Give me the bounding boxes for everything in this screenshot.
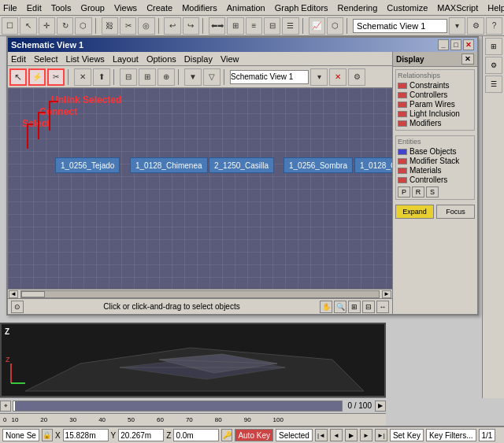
schematic-connect-btn[interactable]: ⚡: [28, 68, 46, 86]
schematic-name-field[interactable]: [230, 70, 309, 84]
key-icon[interactable]: 🔑: [221, 429, 232, 441]
schematic-unlink-btn[interactable]: ✂: [47, 68, 65, 86]
node-tejado[interactable]: 1_0256_Tejado: [55, 157, 120, 173]
rp-btn-1[interactable]: ⊞: [485, 38, 502, 55]
toolbar-link[interactable]: ⛓: [102, 17, 118, 35]
menu-file[interactable]: File: [3, 3, 17, 13]
nav-hand-btn[interactable]: ✋: [320, 301, 332, 313]
schematic-canvas[interactable]: Unlink Selected Connect Select: [8, 88, 392, 289]
toolbar-settings[interactable]: ⚙: [467, 17, 484, 35]
node-sombra[interactable]: 1_0256_Sombra: [284, 157, 353, 173]
timeline-end-btn[interactable]: ▶: [375, 401, 386, 412]
menu-tools[interactable]: Tools: [51, 3, 72, 13]
mode-display[interactable]: None Se: [2, 429, 39, 441]
controllers-swatch[interactable]: [398, 92, 407, 98]
s-btn[interactable]: S: [426, 186, 439, 198]
schematic-delete-btn[interactable]: ✕: [74, 68, 91, 86]
s-menu-layout[interactable]: Layout: [113, 54, 139, 64]
pb-next-end[interactable]: ►|: [375, 429, 387, 441]
s-menu-display[interactable]: Display: [184, 54, 213, 64]
r-btn[interactable]: R: [412, 186, 424, 198]
menu-maxscript[interactable]: MAXScript: [437, 3, 478, 13]
minimize-btn[interactable]: _: [438, 39, 449, 50]
schematic-layout-btn[interactable]: ⊟: [120, 68, 137, 86]
schematic-select-btn[interactable]: ↖: [9, 68, 27, 86]
focus-btn[interactable]: Focus: [436, 205, 475, 219]
rp-btn-3[interactable]: ☰: [485, 76, 502, 93]
node-chimenea[interactable]: 1_0128_Chimenea: [130, 157, 208, 173]
pb-prev-start[interactable]: |◄: [315, 429, 328, 441]
lightinclusion-swatch[interactable]: [398, 111, 407, 117]
ent-controllers-swatch[interactable]: [398, 177, 407, 183]
display-close-btn[interactable]: ✕: [461, 54, 474, 65]
viewport-3d[interactable]: Z Z: [0, 323, 386, 397]
rp-btn-2[interactable]: ⚙: [485, 57, 502, 74]
toolbar-schematic[interactable]: ⬡: [327, 17, 343, 35]
maximize-btn[interactable]: □: [450, 39, 461, 50]
nav-zoomall-btn[interactable]: ⊞: [348, 301, 361, 313]
close-btn[interactable]: ✕: [463, 39, 474, 50]
schematic-filter-btn[interactable]: ▼: [184, 68, 202, 86]
schematic-filter2-btn[interactable]: ▽: [203, 68, 220, 86]
toolbar-bind-to-space[interactable]: ◎: [138, 17, 154, 35]
y-coord[interactable]: 20.267m: [118, 429, 164, 441]
auto-key-btn[interactable]: Auto Key: [235, 429, 273, 441]
menu-edit[interactable]: Edit: [27, 3, 42, 13]
p-btn[interactable]: P: [398, 186, 410, 198]
toolbar-rotate[interactable]: ↻: [57, 17, 73, 35]
toolbar-layer[interactable]: ☰: [282, 17, 298, 35]
scroll-right-btn[interactable]: ►: [382, 290, 391, 298]
schematic-layout3-btn[interactable]: ⊕: [158, 68, 175, 86]
node-casilla128[interactable]: 1_0128_Casilla: [354, 157, 392, 173]
scrollbar-thumb-h[interactable]: [21, 291, 45, 297]
toolbar-array[interactable]: ⊞: [227, 17, 243, 35]
z-coord[interactable]: 0.0m: [173, 429, 219, 441]
toolbar-mirror[interactable]: ⬅➡: [209, 17, 225, 35]
expand-btn[interactable]: Expand: [395, 205, 434, 219]
toolbar-unlink[interactable]: ✂: [120, 17, 136, 35]
toolbar-align2[interactable]: ⊟: [264, 17, 280, 35]
schematic-hscroll[interactable]: ◄ ►: [8, 289, 392, 298]
menu-customize[interactable]: Customize: [387, 3, 428, 13]
schematic-settings2[interactable]: ⚙: [348, 68, 365, 86]
scrollbar-track-h[interactable]: [20, 290, 380, 298]
nav-pan-btn[interactable]: ↔: [376, 301, 389, 313]
timeline-key-btn[interactable]: ⌖: [0, 401, 11, 412]
lock-btn[interactable]: 🔒: [42, 429, 53, 441]
menu-modifiers[interactable]: Modifiers: [182, 3, 217, 13]
schematic-layout2-btn[interactable]: ⊞: [139, 68, 156, 86]
toolbar-help[interactable]: ?: [486, 17, 502, 35]
menu-rendering[interactable]: Rendering: [338, 3, 378, 13]
menu-group[interactable]: Group: [80, 3, 105, 13]
x-coord[interactable]: 15.828m: [63, 429, 109, 441]
menu-create[interactable]: Create: [146, 3, 172, 13]
toolbar-select-region[interactable]: ☐: [2, 17, 18, 35]
node-casilla1250[interactable]: 2_1250_Casilla: [209, 157, 274, 173]
timeline-bar[interactable]: [13, 401, 343, 412]
pb-next[interactable]: ►: [360, 429, 372, 441]
toolbar-select-arrow[interactable]: ↖: [20, 17, 36, 35]
schematic-name-dropdown[interactable]: ▾: [310, 68, 328, 86]
menu-views[interactable]: Views: [114, 3, 137, 13]
toolbar-move[interactable]: ✛: [39, 17, 55, 35]
nav-zoomsel-btn[interactable]: ⊟: [362, 301, 375, 313]
toolbar-undo[interactable]: ↩: [164, 17, 180, 35]
s-menu-edit[interactable]: Edit: [11, 54, 26, 64]
toolbar-curve-editor[interactable]: 📈: [309, 17, 325, 35]
modifiers-swatch[interactable]: [398, 120, 407, 127]
menu-graph-editors[interactable]: Graph Editors: [275, 3, 328, 13]
menu-help[interactable]: Help: [487, 3, 504, 13]
toolbar-scale[interactable]: ⬡: [75, 17, 91, 35]
menu-animation[interactable]: Animation: [227, 3, 265, 13]
pb-play[interactable]: ▶: [345, 429, 358, 441]
toolbar-named-sel-btn[interactable]: ▾: [449, 17, 465, 35]
nav-zoom-btn[interactable]: 🔍: [334, 301, 346, 313]
scroll-left-btn[interactable]: ◄: [9, 290, 18, 298]
named-selection-field[interactable]: [353, 19, 447, 33]
pb-prev[interactable]: ◄: [330, 429, 343, 441]
schematic-hierarchy-btn[interactable]: ⬆: [93, 68, 110, 86]
materials-swatch[interactable]: [398, 168, 407, 174]
modstack-swatch[interactable]: [398, 158, 407, 164]
paramwires-swatch[interactable]: [398, 102, 407, 108]
s-menu-listviews[interactable]: List Views: [66, 54, 105, 64]
